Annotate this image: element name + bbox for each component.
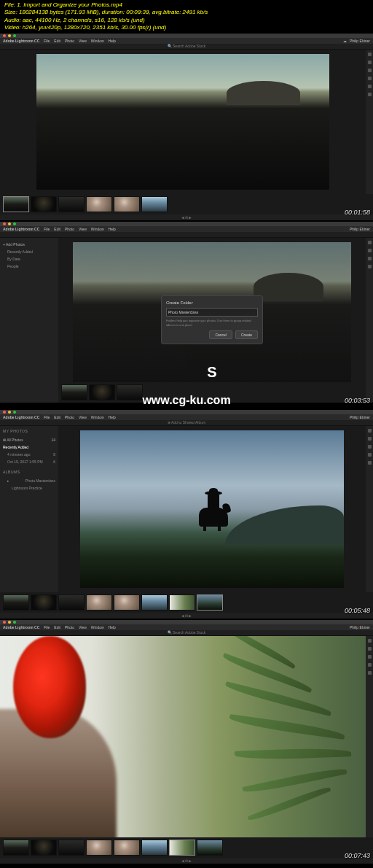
folder-name-input[interactable] — [166, 308, 258, 317]
gradient-icon[interactable] — [368, 85, 372, 88]
status-bar: ◀ ⊞ ▶ — [0, 214, 373, 220]
app-name: Adobe Lightroom CC — [3, 39, 39, 43]
create-button[interactable]: Create — [235, 330, 258, 339]
radial-icon[interactable] — [368, 93, 372, 96]
main-view — [58, 426, 366, 592]
heal-icon[interactable] — [368, 69, 372, 72]
photo-viewer[interactable] — [0, 636, 366, 837]
sidebar-all-photos[interactable]: ⊞ All Photos14 — [3, 436, 55, 443]
album-item[interactable]: Lightroom Practice — [3, 484, 55, 492]
sidebar-people[interactable]: People — [3, 263, 55, 270]
main-view: Create Folder Folders help you organize … — [58, 238, 366, 403]
albums-heading: ALBUMS — [3, 470, 55, 474]
meta-size: Size: 180284138 bytes (171.93 MiB), dura… — [4, 9, 369, 16]
thumbnail[interactable] — [89, 384, 115, 400]
panel-1: Adobe Lightroom CC File Edit Photo View … — [0, 34, 373, 222]
workspace: + Add Photos Recently Added By Date Peop… — [0, 238, 373, 403]
thumbnail[interactable] — [31, 196, 57, 212]
video-metadata: File: 1. Import and Organize your Photos… — [0, 0, 373, 34]
photo-viewer[interactable] — [0, 50, 366, 194]
thumbnail[interactable] — [114, 196, 140, 212]
crop-icon[interactable] — [368, 61, 372, 64]
left-sidebar: MY PHOTOS ⊞ All Photos14 Recently Added … — [0, 426, 58, 592]
menu-file[interactable]: File — [44, 39, 50, 43]
top-toolbar: 🔍 Search Adobe Stock — [0, 44, 373, 50]
thumbnail[interactable] — [31, 594, 57, 611]
thumbnail[interactable] — [197, 594, 223, 611]
photo-landscape-dusk — [36, 54, 329, 190]
thumbnail[interactable] — [114, 594, 140, 611]
close-icon[interactable] — [3, 34, 6, 37]
thumbnail[interactable] — [117, 384, 143, 400]
thumbnail[interactable] — [31, 840, 57, 856]
zoom-icon[interactable] — [13, 34, 16, 37]
thumbnail[interactable] — [58, 196, 85, 212]
thumbnail[interactable] — [114, 840, 140, 856]
filmstrip[interactable] — [0, 194, 373, 214]
left-sidebar: + Add Photos Recently Added By Date Peop… — [0, 238, 58, 403]
timecode: 00:05:48 — [345, 607, 370, 614]
thumbnail[interactable] — [86, 840, 112, 856]
thumbnail[interactable] — [3, 840, 29, 856]
thumbnail[interactable] — [3, 196, 29, 212]
menubar: Adobe Lightroom CC File Edit Photo View … — [0, 38, 373, 44]
main-view — [0, 636, 366, 837]
thumbnail[interactable] — [141, 594, 168, 611]
thumbnail[interactable] — [58, 594, 85, 611]
add-to-album[interactable]: ⊕ Add to Shared Album — [168, 420, 205, 425]
meta-video: Video: h264, yuv420p, 1280x720, 2351 kb/… — [4, 24, 369, 31]
traffic-lights[interactable] — [3, 34, 16, 37]
photo-ear-leaves-closeup — [0, 636, 366, 837]
thumbnail[interactable] — [61, 384, 87, 400]
keystroke-overlay: S — [207, 364, 216, 381]
add-photos-button[interactable]: + Add Photos — [3, 241, 55, 248]
dialog-title: Create Folder — [166, 301, 258, 305]
brush-icon[interactable] — [368, 77, 372, 80]
right-toolbar — [366, 50, 373, 194]
search-input[interactable]: 🔍 Search Adobe Stock — [168, 44, 206, 48]
menu-window[interactable]: Window — [91, 39, 104, 43]
edit-icon[interactable] — [368, 53, 372, 56]
right-toolbar — [366, 636, 373, 837]
photo-viewer[interactable] — [58, 426, 366, 592]
watermark: www.cg-ku.com — [142, 394, 230, 407]
thumbnail[interactable] — [58, 840, 85, 856]
meta-file: File: 1. Import and Organize your Photos… — [4, 1, 369, 9]
panel-4: Adobe Lightroom CC File Edit Photo View … — [0, 620, 373, 865]
menubar: Adobe Lightroom CC File Edit Photo View … — [0, 226, 373, 232]
thumbnail[interactable] — [3, 594, 29, 611]
search-input[interactable]: 🔍 Search Adobe Stock — [168, 630, 206, 635]
user-name[interactable]: Philip Ebiner — [350, 39, 370, 43]
thumbnail[interactable] — [169, 840, 195, 856]
sidebar-date-item[interactable]: Oct 19, 2017 1:55 PM6 — [3, 458, 55, 465]
album-item[interactable]: ▸ Photo Masterclass — [3, 477, 55, 484]
sidebar-recent-time[interactable]: 4 minutes ago8 — [3, 451, 55, 458]
menu-help[interactable]: Help — [109, 39, 116, 43]
filmstrip[interactable] — [0, 592, 373, 613]
cloud-icon[interactable]: ☁ — [343, 39, 347, 43]
timecode: 00:01:58 — [345, 209, 370, 216]
menu-view[interactable]: View — [79, 39, 87, 43]
sidebar-recent[interactable]: Recently Added — [3, 443, 55, 451]
thumbnail[interactable] — [141, 196, 168, 212]
panel-3: Adobe Lightroom CC File Edit Photo View … — [0, 410, 373, 620]
panel-2: Adobe Lightroom CC File Edit Photo View … — [0, 222, 373, 410]
sidebar-recent[interactable]: Recently Added — [3, 248, 55, 255]
dialog-hint: Folders help you organize your photos. U… — [166, 319, 258, 326]
sidebar-bydate[interactable]: By Date — [3, 255, 55, 263]
thumbnail[interactable] — [169, 594, 195, 611]
thumbnail[interactable] — [141, 840, 168, 856]
cancel-button[interactable]: Cancel — [209, 330, 232, 339]
thumbnail[interactable] — [86, 594, 112, 611]
meta-audio: Audio: aac, 44100 Hz, 2 channels, s16, 1… — [4, 17, 369, 24]
main-view — [0, 50, 366, 194]
menu-edit[interactable]: Edit — [54, 39, 60, 43]
thumbnail[interactable] — [86, 196, 112, 212]
minimize-icon[interactable] — [8, 34, 11, 37]
photo-cowboy-horseback — [80, 430, 344, 588]
thumbnail[interactable] — [197, 840, 223, 856]
menu-photo[interactable]: Photo — [65, 39, 74, 43]
right-toolbar — [366, 426, 373, 592]
filmstrip[interactable] — [0, 837, 373, 858]
top-toolbar: ⊕ Add to Shared Album — [0, 420, 373, 426]
